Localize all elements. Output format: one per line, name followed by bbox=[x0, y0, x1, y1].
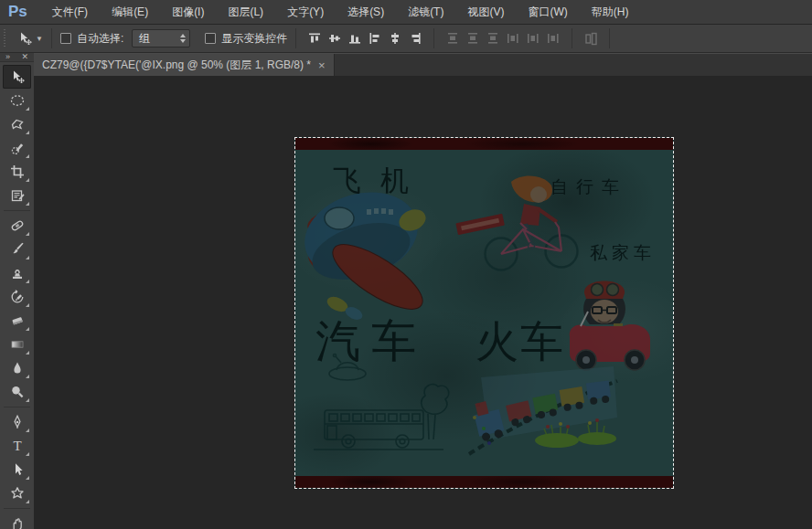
menu-type[interactable]: 文字(Y) bbox=[275, 0, 336, 24]
tools-panel-header: » ✕ bbox=[0, 53, 34, 62]
tools-list: T bbox=[0, 65, 34, 529]
spot-healing-brush-tool[interactable] bbox=[3, 214, 31, 238]
align-right-edges-icon[interactable] bbox=[405, 29, 425, 48]
menu-select[interactable]: 选择(S) bbox=[336, 0, 396, 24]
label-train: 火车 bbox=[475, 313, 565, 371]
tool-separator bbox=[4, 508, 30, 509]
document-tab[interactable]: CZ79@({D7$YTAE('@IX.png @ 50% (图层 1, RGB… bbox=[34, 54, 335, 76]
flyout-triangle-icon bbox=[26, 202, 29, 206]
flyout-triangle-icon bbox=[26, 107, 29, 111]
elliptical-marquee-tool[interactable] bbox=[3, 89, 31, 112]
align-icons-group bbox=[304, 29, 425, 48]
quick-selection-tool[interactable] bbox=[3, 136, 31, 160]
separator bbox=[51, 28, 52, 48]
flyout-triangle-icon bbox=[26, 178, 29, 182]
bus-illustration bbox=[314, 385, 449, 450]
tool-preset-picker[interactable]: ▼ bbox=[16, 30, 43, 47]
flyout-triangle-icon bbox=[26, 398, 29, 402]
clone-stamp-tool[interactable] bbox=[3, 261, 31, 285]
note-tool[interactable] bbox=[3, 184, 31, 207]
options-bar-grip[interactable] bbox=[3, 29, 7, 48]
separator bbox=[572, 28, 572, 48]
flyout-triangle-icon bbox=[26, 375, 29, 378]
show-transform-label: 显示变换控件 bbox=[221, 31, 287, 47]
document-tab-title: CZ79@({D7$YTAE('@IX.png @ 50% (图层 1, RGB… bbox=[42, 58, 311, 73]
separator bbox=[295, 28, 296, 48]
align-horizontal-centers-icon[interactable] bbox=[385, 29, 405, 48]
path-selection-tool[interactable] bbox=[3, 458, 31, 481]
menu-file[interactable]: 文件(F) bbox=[40, 0, 100, 24]
menu-filter[interactable]: 滤镜(T) bbox=[396, 0, 455, 24]
menu-edit[interactable]: 编辑(E) bbox=[100, 0, 160, 24]
svg-text:T: T bbox=[13, 439, 21, 453]
stepper-icon bbox=[180, 34, 186, 43]
gradient-tool[interactable] bbox=[3, 333, 31, 356]
menu-layer[interactable]: 图层(L) bbox=[216, 0, 275, 24]
eraser-tool[interactable] bbox=[3, 309, 31, 333]
menu-window[interactable]: 窗口(W) bbox=[516, 0, 579, 24]
auto-align-layers-icon[interactable] bbox=[581, 29, 601, 48]
history-brush-tool[interactable] bbox=[3, 285, 31, 309]
crop-tool[interactable] bbox=[3, 160, 31, 184]
label-car: 汽车 bbox=[315, 312, 427, 372]
flyout-triangle-icon bbox=[26, 280, 29, 283]
flyout-triangle-icon bbox=[26, 500, 29, 503]
distribute-horizontal-centers-icon[interactable] bbox=[523, 29, 543, 48]
align-vertical-centers-icon[interactable] bbox=[325, 29, 345, 48]
tools-panel-close-icon[interactable]: ✕ bbox=[21, 53, 28, 61]
move-tool-icon bbox=[16, 30, 33, 47]
document-tab-bar: CZ79@({D7$YTAE('@IX.png @ 50% (图层 1, RGB… bbox=[34, 53, 812, 76]
distribute-left-edges-icon[interactable] bbox=[503, 29, 523, 48]
flyout-triangle-icon bbox=[26, 131, 29, 134]
flyout-triangle-icon bbox=[26, 232, 29, 236]
move-tool[interactable] bbox=[3, 65, 31, 89]
menu-help[interactable]: 帮助(H) bbox=[580, 0, 641, 24]
show-transform-checkbox[interactable] bbox=[205, 33, 216, 44]
auto-select-label: 自动选择: bbox=[77, 31, 123, 47]
tool-separator bbox=[4, 210, 30, 211]
distribute-right-edges-icon[interactable] bbox=[543, 29, 563, 48]
align-bottom-edges-icon[interactable] bbox=[345, 29, 365, 48]
photoshop-window: Ps 文件(F)编辑(E)图像(I)图层(L)文字(Y)选择(S)滤镜(T)视图… bbox=[0, 0, 812, 529]
flyout-triangle-icon bbox=[26, 303, 29, 307]
group-select-value: 组 bbox=[139, 31, 180, 47]
options-bar: ▼ 自动选择: 组 显示变换控件 bbox=[0, 25, 812, 53]
tool-separator bbox=[4, 407, 30, 407]
pasteboard[interactable]: 飞机自行车私家车汽车火车 bbox=[34, 76, 812, 529]
hand-tool[interactable] bbox=[3, 512, 31, 529]
label-airplane: 飞机 bbox=[333, 162, 428, 200]
label-private-car: 私家车 bbox=[590, 241, 656, 265]
menu-image[interactable]: 图像(I) bbox=[160, 0, 216, 24]
align-left-edges-icon[interactable] bbox=[365, 29, 385, 48]
blur-tool[interactable] bbox=[3, 356, 31, 380]
menu-items: 文件(F)编辑(E)图像(I)图层(L)文字(Y)选择(S)滤镜(T)视图(V)… bbox=[40, 0, 641, 24]
separator bbox=[609, 28, 610, 48]
tools-panel: » ✕ T bbox=[0, 53, 34, 529]
auto-align-group bbox=[581, 29, 601, 48]
car-girl-illustration bbox=[570, 281, 650, 371]
separator bbox=[433, 28, 434, 48]
type-tool[interactable]: T bbox=[3, 434, 31, 458]
flyout-triangle-icon bbox=[26, 452, 29, 456]
align-top-edges-icon[interactable] bbox=[304, 29, 325, 48]
distribute-icons-group bbox=[443, 29, 563, 48]
distribute-vertical-centers-icon[interactable] bbox=[463, 29, 483, 48]
distribute-top-edges-icon[interactable] bbox=[443, 29, 463, 48]
flyout-triangle-icon bbox=[26, 428, 29, 432]
tab-close-icon[interactable]: × bbox=[318, 58, 326, 72]
canvas-document[interactable]: 飞机自行车私家车汽车火车 bbox=[294, 137, 674, 489]
auto-select-checkbox[interactable] bbox=[60, 33, 71, 44]
distribute-bottom-edges-icon[interactable] bbox=[483, 29, 503, 48]
flyout-triangle-icon bbox=[26, 256, 29, 259]
brush-tool[interactable] bbox=[3, 238, 31, 261]
airplane-illustration bbox=[295, 179, 432, 322]
custom-shape-tool[interactable] bbox=[3, 481, 31, 505]
dodge-tool[interactable] bbox=[3, 380, 31, 404]
collapse-panel-icon[interactable]: » bbox=[5, 53, 10, 61]
lasso-tool[interactable] bbox=[3, 112, 31, 136]
label-bicycle: 自行车 bbox=[550, 175, 627, 199]
group-select[interactable]: 组 bbox=[132, 29, 190, 48]
pen-tool[interactable] bbox=[3, 410, 31, 434]
flyout-triangle-icon bbox=[26, 476, 29, 480]
menu-view[interactable]: 视图(V) bbox=[455, 0, 516, 24]
